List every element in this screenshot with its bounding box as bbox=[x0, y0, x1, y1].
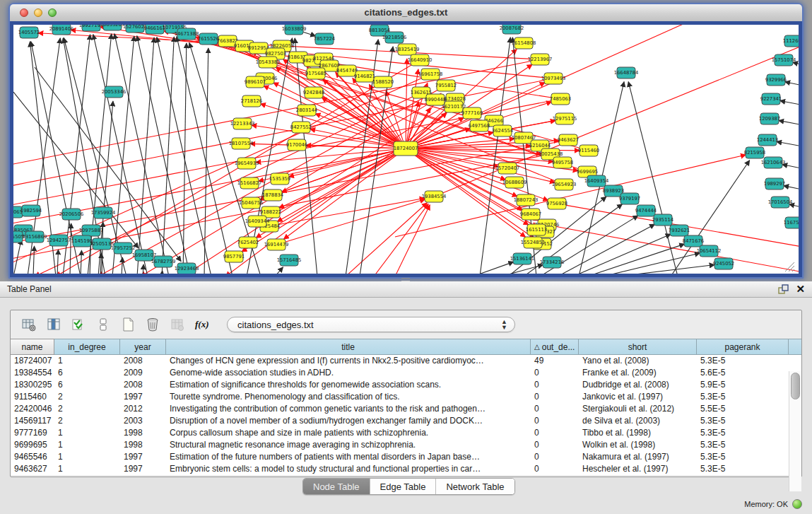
table-cell[interactable]: 5.3E-5 bbox=[697, 463, 789, 475]
table-cell[interactable]: 1 bbox=[54, 463, 120, 475]
table-cell[interactable]: Jankovic et al. (1997) bbox=[579, 391, 697, 403]
network-node-selected[interactable]: 12213343 bbox=[230, 118, 255, 129]
network-node[interactable]: 16648784 bbox=[614, 67, 639, 78]
table-cell[interactable]: 6 bbox=[54, 379, 120, 391]
network-edge-selected[interactable] bbox=[411, 150, 555, 182]
tab-network-table[interactable]: Network Table bbox=[436, 479, 514, 494]
column-header-pagerank[interactable]: pagerank bbox=[697, 339, 789, 355]
network-edge[interactable] bbox=[793, 62, 799, 71]
network-edge[interactable] bbox=[275, 267, 283, 274]
network-node[interactable]: 8471676 bbox=[683, 235, 704, 247]
network-node-selected[interactable]: 7625402 bbox=[237, 237, 259, 248]
table-cell[interactable]: 9465546 bbox=[11, 451, 54, 463]
table-cell[interactable]: 9777169 bbox=[11, 427, 54, 439]
table-cell[interactable]: Tourette syndrome. Phenomenology and cla… bbox=[166, 391, 531, 403]
network-node[interactable]: 17359924 bbox=[91, 207, 116, 218]
network-edge[interactable] bbox=[789, 204, 799, 213]
column-header-name[interactable]: name bbox=[11, 339, 54, 355]
network-node-selected[interactable]: 15524851 bbox=[521, 237, 546, 248]
table-cell[interactable]: 9115460 bbox=[11, 391, 54, 403]
table-cell[interactable]: Estimation of significance thresholds fo… bbox=[166, 379, 531, 391]
table-cell[interactable]: 18724007 bbox=[11, 355, 54, 367]
table-cell[interactable]: 1 bbox=[54, 439, 120, 451]
network-node[interactable]: 9227341 bbox=[760, 93, 782, 105]
network-node-selected[interactable]: 10973493 bbox=[541, 73, 566, 84]
network-node[interactable]: 1244413 bbox=[757, 134, 778, 146]
network-node[interactable]: 16210643 bbox=[761, 157, 786, 168]
network-edge-selected[interactable] bbox=[395, 205, 430, 274]
table-cell[interactable]: Changes of HCN gene expression and I(f) … bbox=[166, 355, 531, 367]
network-node-selected[interactable]: 2718126 bbox=[241, 95, 262, 107]
network-node-selected[interactable]: 2803144 bbox=[296, 105, 317, 116]
tab-edge-table[interactable]: Edge Table bbox=[370, 479, 437, 494]
network-node[interactable]: 20206506 bbox=[59, 209, 84, 220]
table-selector-dropdown[interactable]: citations_edges.txt ▲▼ bbox=[227, 317, 515, 332]
network-graph[interactable]: 1872400776638229160124891295418226058982… bbox=[13, 25, 799, 274]
network-node[interactable]: 2935114 bbox=[652, 214, 673, 226]
table-cell[interactable]: 5.3E-5 bbox=[697, 427, 789, 439]
network-node[interactable]: 16782759 bbox=[151, 256, 176, 267]
table-cell[interactable]: 0 bbox=[531, 379, 579, 391]
table-cell[interactable]: 1998 bbox=[120, 427, 166, 439]
network-edge[interactable] bbox=[100, 253, 101, 274]
network-edge[interactable] bbox=[501, 264, 543, 274]
network-node-selected[interactable]: 9857791 bbox=[223, 251, 245, 262]
network-node-selected[interactable]: 16961758 bbox=[418, 69, 443, 80]
table-cell[interactable]: 1997 bbox=[120, 451, 166, 463]
table-cell[interactable]: 0 bbox=[531, 367, 579, 379]
table-cell[interactable]: 2 bbox=[54, 415, 120, 427]
table-cell[interactable]: 5.3E-5 bbox=[697, 439, 789, 451]
clear-selection-icon[interactable] bbox=[95, 316, 112, 333]
network-node[interactable]: 1167533 bbox=[784, 217, 799, 228]
network-node[interactable]: 12923468 bbox=[175, 263, 199, 274]
network-edge[interactable] bbox=[603, 253, 700, 274]
network-node[interactable]: 10975887 bbox=[79, 225, 104, 236]
table-cell[interactable]: Franke et al. (2009) bbox=[579, 367, 697, 379]
table-row[interactable]: 977716911998Corpus callosum shape and si… bbox=[11, 427, 801, 439]
table-scrollbar[interactable] bbox=[789, 371, 801, 491]
network-edge[interactable] bbox=[143, 264, 143, 274]
network-node-selected[interactable]: 15046756 bbox=[239, 197, 264, 209]
table-cell[interactable]: Corpus callosum shape and size in male p… bbox=[166, 427, 531, 439]
network-node[interactable]: 9474444 bbox=[635, 205, 657, 216]
table-cell[interactable]: 0 bbox=[531, 451, 579, 463]
network-edge-selected[interactable] bbox=[346, 203, 427, 274]
network-edge[interactable] bbox=[777, 141, 799, 151]
network-edge[interactable] bbox=[57, 250, 58, 274]
network-node[interactable]: 20891406 bbox=[49, 25, 74, 35]
network-edge[interactable] bbox=[114, 34, 169, 274]
network-edge[interactable] bbox=[13, 92, 139, 248]
table-cell[interactable]: 2012 bbox=[120, 403, 166, 415]
network-node-selected[interactable]: 18807243 bbox=[514, 194, 539, 206]
table-cell[interactable]: Structural magnetic resonance image aver… bbox=[166, 439, 531, 451]
table-row[interactable]: 1456911722003Disruption of a novel membe… bbox=[11, 415, 801, 427]
network-node[interactable]: 15751074 bbox=[772, 54, 796, 66]
network-node-selected[interactable]: 16409344 bbox=[245, 216, 270, 227]
network-node-selected[interactable]: 16640910 bbox=[408, 54, 433, 66]
table-settings-icon[interactable] bbox=[20, 316, 37, 333]
table-cell[interactable]: 1997 bbox=[120, 463, 166, 475]
table-cell[interactable]: Estimation of the future numbers of pati… bbox=[166, 451, 531, 463]
table-cell[interactable]: 1 bbox=[54, 427, 120, 439]
table-cell[interactable]: 0 bbox=[531, 403, 579, 415]
network-node[interactable]: 19218506 bbox=[382, 32, 407, 43]
network-node[interactable]: 9245052 bbox=[713, 258, 734, 269]
table-cell[interactable]: 14569117 bbox=[11, 415, 54, 427]
network-edge[interactable] bbox=[782, 165, 799, 173]
network-node-selected[interactable]: 1588520 bbox=[372, 76, 394, 88]
network-node-selected[interactable]: 9463627 bbox=[558, 134, 579, 146]
new-table-icon[interactable] bbox=[119, 316, 136, 333]
table-cell[interactable]: Dudbridge et al. (2008) bbox=[579, 379, 697, 391]
memory-ok-icon[interactable] bbox=[792, 499, 802, 509]
network-node[interactable]: 7857224 bbox=[314, 33, 335, 45]
table-cell[interactable]: Wolkin et al. (1998) bbox=[579, 439, 697, 451]
network-edge[interactable] bbox=[587, 244, 685, 274]
network-node[interactable]: 1112604 bbox=[783, 35, 799, 47]
network-node[interactable]: 14671388 bbox=[175, 28, 199, 40]
table-cell[interactable]: 0 bbox=[531, 415, 579, 427]
table-cell[interactable]: 0 bbox=[531, 463, 579, 475]
network-node-selected[interactable]: 8427552 bbox=[290, 122, 312, 133]
table-row[interactable]: 946362711997Embryonic stem cells: a mode… bbox=[11, 463, 801, 475]
network-edge[interactable] bbox=[558, 224, 655, 274]
table-cell[interactable]: 0 bbox=[531, 439, 579, 451]
